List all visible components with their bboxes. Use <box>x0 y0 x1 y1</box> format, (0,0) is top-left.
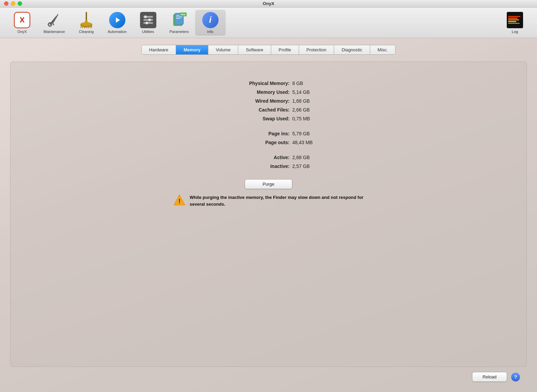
toolbar-item-utilities[interactable]: Utilities <box>133 10 163 36</box>
toolbar-label-automation: Automation <box>108 30 127 34</box>
value-swap-used: 0,75 MB <box>292 116 310 121</box>
memory-row-page-ins: Page ins: 5,79 GB <box>224 129 313 138</box>
warning-box: ! While purging the inactive memory, the… <box>173 194 364 207</box>
maximize-button[interactable] <box>18 1 22 6</box>
memory-row-used: Memory Used: 5,14 GB <box>224 88 313 97</box>
value-wired-memory: 1,68 GB <box>292 98 310 104</box>
tab-hardware[interactable]: Hardware <box>142 45 176 54</box>
svg-rect-24 <box>176 16 182 17</box>
toolbar-label-log: Log <box>512 30 518 34</box>
toolbar-item-cleaning[interactable]: Cleaning <box>71 10 102 36</box>
onyx-icon: X <box>14 12 30 28</box>
toolbar-label-cleaning: Cleaning <box>79 30 93 34</box>
cleaning-icon <box>78 12 94 28</box>
tab-volume[interactable]: Volume <box>208 45 238 54</box>
value-page-outs: 48,43 MB <box>292 140 313 145</box>
help-button[interactable]: ? <box>511 373 520 381</box>
svg-line-10 <box>88 26 88 28</box>
svg-text:New: New <box>181 13 186 16</box>
purge-button[interactable]: Purge <box>245 179 292 189</box>
memory-row-active: Active: 2,68 GB <box>224 153 313 162</box>
toolbar-item-maintenance[interactable]: Maintenance <box>37 10 71 36</box>
svg-point-18 <box>144 15 147 18</box>
toolbar: X OnyX Maintenance <box>0 7 537 38</box>
memory-row-swap: Swap Used: 0,75 MB <box>224 114 313 123</box>
svg-point-19 <box>148 18 151 21</box>
toolbar-item-parameters[interactable]: New Parameters <box>163 10 195 36</box>
spacer-2 <box>224 147 313 153</box>
tab-software[interactable]: Software <box>238 45 271 54</box>
label-inactive: Inactive: <box>224 164 292 169</box>
reload-button[interactable]: Reload <box>472 372 507 382</box>
title-bar: OnyX <box>0 0 537 7</box>
svg-point-20 <box>145 21 148 24</box>
toolbar-label-info: Info <box>207 30 213 34</box>
svg-line-2 <box>53 15 58 23</box>
label-cached-files: Cached Files: <box>224 107 292 113</box>
memory-row-cached: Cached Files: 2,66 GB <box>224 105 313 114</box>
spacer-1 <box>224 123 313 129</box>
svg-rect-25 <box>176 18 180 19</box>
tab-protection[interactable]: Protection <box>299 45 334 54</box>
svg-point-13 <box>85 20 88 23</box>
svg-line-8 <box>85 26 85 28</box>
label-active: Active: <box>224 155 292 160</box>
label-page-outs: Page outs: <box>224 140 292 145</box>
toolbar-item-info[interactable]: i Info <box>195 10 226 36</box>
window-controls[interactable] <box>4 1 22 6</box>
toolbar-label-utilities: Utilities <box>142 30 154 34</box>
svg-marker-14 <box>116 17 120 23</box>
toolbar-item-log[interactable]: Log <box>500 10 530 36</box>
automation-icon <box>109 12 125 28</box>
label-swap-used: Swap Used: <box>224 116 292 121</box>
memory-info-table: Physical Memory: 8 GB Memory Used: 5,14 … <box>224 79 313 171</box>
tabs: Hardware Memory Volume Software Profile … <box>141 45 396 55</box>
bottom-bar: Reload ? <box>10 367 527 385</box>
value-page-ins: 5,79 GB <box>292 131 310 136</box>
toolbar-item-automation[interactable]: Automation <box>102 10 133 36</box>
tab-diagnostic[interactable]: Diagnostic <box>334 45 370 54</box>
memory-row-inactive: Inactive: 2,57 GB <box>224 162 313 171</box>
close-button[interactable] <box>4 1 8 6</box>
toolbar-item-onyx[interactable]: X OnyX <box>7 10 37 36</box>
toolbar-label-onyx: OnyX <box>17 30 27 34</box>
utilities-icon <box>140 12 156 28</box>
onyx-logo: X <box>14 12 30 28</box>
label-wired-memory: Wired Memory: <box>224 98 292 104</box>
main-content: Hardware Memory Volume Software Profile … <box>0 38 537 392</box>
memory-row-page-outs: Page outs: 48,43 MB <box>224 138 313 147</box>
label-memory-used: Memory Used: <box>224 89 292 95</box>
minimize-button[interactable] <box>11 1 15 6</box>
toolbar-label-maintenance: Maintenance <box>44 30 65 34</box>
tab-misc[interactable]: Misc. <box>370 45 395 54</box>
value-active: 2,68 GB <box>292 155 310 160</box>
content-panel: Physical Memory: 8 GB Memory Used: 5,14 … <box>10 62 527 367</box>
warning-icon: ! <box>173 194 186 206</box>
value-inactive: 2,57 GB <box>292 164 310 169</box>
memory-row-wired: Wired Memory: 1,68 GB <box>224 97 313 105</box>
svg-line-3 <box>53 23 54 25</box>
warning-text: While purging the inactive memory, the F… <box>190 194 364 207</box>
info-icon-toolbar: i <box>202 12 219 28</box>
parameters-icon: New <box>171 12 187 28</box>
value-physical-memory: 8 GB <box>292 81 303 86</box>
toolbar-label-parameters: Parameters <box>170 30 189 34</box>
tabs-container: Hardware Memory Volume Software Profile … <box>10 45 527 55</box>
window-title: OnyX <box>263 1 274 6</box>
memory-row-physical: Physical Memory: 8 GB <box>224 79 313 88</box>
purge-area: Purge ! While purging the inactive memor… <box>24 179 513 207</box>
svg-text:!: ! <box>178 198 180 205</box>
tab-memory[interactable]: Memory <box>176 45 208 54</box>
maintenance-icon <box>46 12 63 28</box>
tab-profile[interactable]: Profile <box>271 45 299 54</box>
log-icon <box>507 12 523 28</box>
label-physical-memory: Physical Memory: <box>224 81 292 86</box>
value-memory-used: 5,14 GB <box>292 89 310 95</box>
value-cached-files: 2,66 GB <box>292 107 310 113</box>
label-page-ins: Page ins: <box>224 131 292 136</box>
